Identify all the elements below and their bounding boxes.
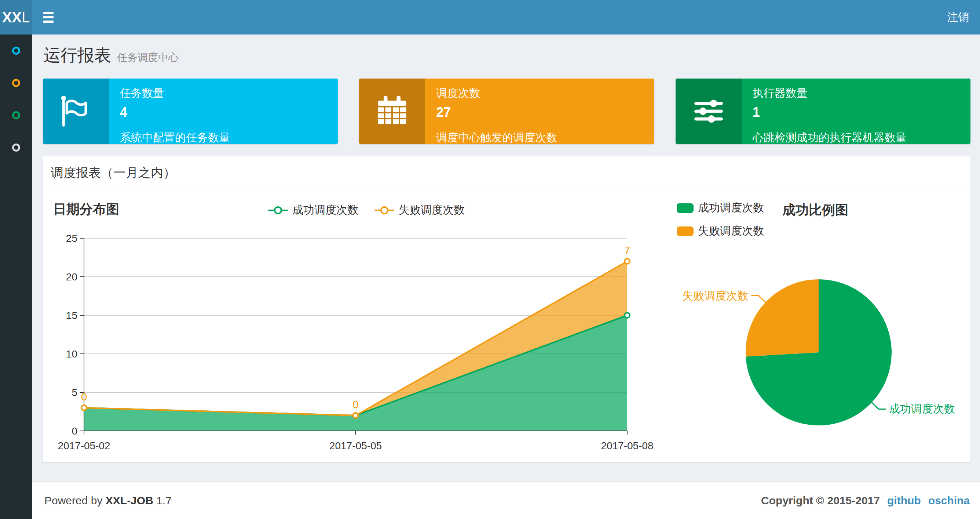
page-subtitle: 任务调度中心 bbox=[117, 51, 179, 65]
sidebar-item-executors[interactable] bbox=[0, 131, 32, 164]
svg-text:失败调度次数: 失败调度次数 bbox=[682, 290, 748, 302]
date-distribution-area-chart: 05101520252017-05-022017-05-052017-05-08… bbox=[47, 225, 656, 463]
stat-card-triggers: 调度次数 27 调度中心触发的调度次数 bbox=[359, 78, 654, 144]
stat-cards-row: 任务数量 4 系统中配置的任务数量 调度次数 27 bbox=[43, 78, 970, 144]
line-series-marker-icon bbox=[268, 209, 288, 211]
svg-text:7: 7 bbox=[624, 244, 630, 256]
line-chart-legend: 成功调度次数 失败调度次数 bbox=[268, 203, 465, 218]
footer: Powered by XXL-JOB 1.7 Copyright © 2015-… bbox=[32, 482, 980, 519]
calendar-icon bbox=[359, 78, 425, 144]
stat-card-jobs: 任务数量 4 系统中配置的任务数量 bbox=[43, 78, 338, 144]
hamburger-icon bbox=[43, 12, 54, 14]
stat-card-label: 调度次数 bbox=[436, 86, 645, 101]
circle-outline-icon bbox=[12, 111, 20, 119]
svg-text:20: 20 bbox=[66, 271, 77, 283]
logout-link[interactable]: 注销 bbox=[936, 0, 980, 35]
circle-outline-icon bbox=[12, 144, 20, 152]
panel-header: 调度报表（一月之内） bbox=[43, 156, 970, 189]
sidebar-item-jobs[interactable] bbox=[0, 67, 32, 99]
stat-card-description: 系统中配置的任务数量 bbox=[120, 130, 329, 145]
svg-text:0: 0 bbox=[81, 391, 87, 402]
top-navbar: XXL 注销 bbox=[0, 0, 980, 35]
powered-prefix: Powered by bbox=[45, 494, 102, 506]
legend-item-success[interactable]: 成功调度次数 bbox=[268, 203, 358, 218]
app-logo[interactable]: XXL bbox=[0, 0, 32, 35]
legend-label: 失败调度次数 bbox=[698, 224, 764, 239]
legend-item-fail[interactable]: 失败调度次数 bbox=[374, 203, 465, 218]
logo-text-light: L bbox=[22, 9, 30, 26]
stat-card-content: 调度次数 27 调度中心触发的调度次数 bbox=[425, 78, 654, 144]
stat-card-label: 执行器数量 bbox=[752, 86, 962, 101]
legend-label: 失败调度次数 bbox=[399, 203, 465, 218]
legend-item-success[interactable]: 成功调度次数 bbox=[677, 200, 764, 216]
stat-card-description: 调度中心触发的调度次数 bbox=[436, 130, 645, 145]
main-content: 运行报表 任务调度中心 任务数量 4 系统中配置的任务数量 bbox=[32, 35, 980, 482]
svg-text:0: 0 bbox=[72, 425, 77, 437]
copyright-text: Copyright © 2015-2017 bbox=[761, 494, 880, 507]
page-header: 运行报表 任务调度中心 bbox=[43, 44, 970, 67]
pie-chart-legend: 成功调度次数 失败调度次数 bbox=[677, 200, 764, 239]
product-name: XXL-JOB bbox=[106, 494, 153, 506]
pie-series-swatch-icon bbox=[677, 227, 694, 236]
schedule-report-panel: 调度报表（一月之内） 日期分布图 成功调度次数 失败调度次数 051015202… bbox=[43, 156, 970, 462]
line-series-marker-icon bbox=[374, 209, 394, 211]
hamburger-icon bbox=[43, 16, 54, 18]
legend-label: 成功调度次数 bbox=[292, 203, 358, 218]
sidebar bbox=[0, 35, 32, 519]
footer-powered-by: Powered by XXL-JOB 1.7 bbox=[45, 494, 172, 507]
panel-title: 调度报表（一月之内） bbox=[51, 166, 176, 179]
svg-text:25: 25 bbox=[66, 233, 77, 244]
svg-text:2017-05-02: 2017-05-02 bbox=[57, 440, 110, 452]
flag-icon bbox=[43, 78, 109, 144]
svg-text:成功调度次数: 成功调度次数 bbox=[889, 402, 955, 415]
sidebar-item-logs[interactable] bbox=[0, 99, 32, 131]
hamburger-icon bbox=[43, 21, 54, 23]
product-version: 1.7 bbox=[156, 494, 172, 506]
sidebar-toggle-button[interactable] bbox=[32, 0, 65, 35]
panel-body: 日期分布图 成功调度次数 失败调度次数 05101520252017-05-02… bbox=[43, 189, 970, 464]
page-title: 运行报表 bbox=[44, 44, 111, 67]
pie-series-swatch-icon bbox=[677, 203, 694, 213]
circle-outline-icon bbox=[12, 79, 20, 87]
sidebar-item-dashboard[interactable] bbox=[0, 35, 32, 67]
github-link[interactable]: github bbox=[887, 494, 921, 507]
pie-chart-title: 成功比例图 bbox=[782, 201, 848, 219]
logo-text-bold: XX bbox=[2, 9, 22, 26]
sliders-icon bbox=[676, 78, 741, 144]
svg-text:2017-05-08: 2017-05-08 bbox=[601, 440, 653, 452]
svg-text:2017-05-05: 2017-05-05 bbox=[329, 440, 382, 452]
legend-item-fail[interactable]: 失败调度次数 bbox=[677, 224, 764, 239]
svg-text:10: 10 bbox=[66, 348, 77, 360]
svg-text:0: 0 bbox=[352, 398, 359, 410]
footer-copyright: Copyright © 2015-2017 github oschina bbox=[761, 494, 970, 507]
success-ratio-pie-chart: 成功调度次数失败调度次数 bbox=[667, 260, 978, 461]
stat-card-content: 执行器数量 1 心跳检测成功的执行器机器数量 bbox=[741, 78, 970, 144]
svg-text:5: 5 bbox=[72, 387, 77, 398]
legend-label: 成功调度次数 bbox=[698, 200, 764, 216]
stat-card-executors: 执行器数量 1 心跳检测成功的执行器机器数量 bbox=[676, 78, 970, 144]
stat-card-value: 1 bbox=[752, 105, 962, 120]
circle-outline-icon bbox=[12, 46, 20, 55]
stat-card-content: 任务数量 4 系统中配置的任务数量 bbox=[109, 78, 338, 144]
svg-text:15: 15 bbox=[66, 310, 77, 321]
oschina-link[interactable]: oschina bbox=[928, 494, 970, 507]
stat-card-value: 27 bbox=[436, 105, 645, 120]
stat-card-label: 任务数量 bbox=[120, 86, 329, 101]
line-chart-title: 日期分布图 bbox=[53, 200, 119, 219]
stat-card-description: 心跳检测成功的执行器机器数量 bbox=[752, 130, 962, 145]
stat-card-value: 4 bbox=[120, 105, 329, 120]
